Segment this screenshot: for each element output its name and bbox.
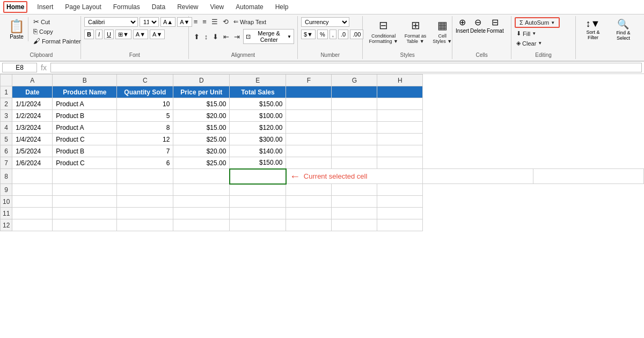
row-header-12[interactable]: 12 — [1, 219, 12, 231]
cell-G1[interactable] — [332, 86, 377, 98]
cell-C2[interactable]: 10 — [117, 98, 173, 110]
cell-A7[interactable]: 1/6/2024 — [12, 157, 53, 169]
col-header-a[interactable]: A — [12, 75, 53, 86]
cut-button[interactable]: ✂ Cut — [32, 17, 83, 26]
cell-F10[interactable] — [286, 196, 332, 208]
cell-H2[interactable] — [377, 98, 423, 110]
fill-button[interactable]: ⬇ Fill ▼ — [515, 30, 538, 38]
menu-automate[interactable]: Automate — [233, 2, 265, 12]
align-bottom-button[interactable]: ⬇ — [211, 32, 220, 41]
menu-page-layout[interactable]: Page Layout — [63, 2, 103, 12]
cell-D7[interactable]: $25.00 — [173, 157, 230, 169]
cell-H1[interactable] — [377, 86, 423, 98]
cell-A3[interactable]: 1/2/2024 — [12, 110, 53, 122]
cell-D4[interactable]: $15.00 — [173, 122, 230, 134]
copy-button[interactable]: ⎘ Copy — [32, 27, 83, 36]
col-header-f[interactable]: F — [286, 75, 332, 86]
menu-help[interactable]: Help — [273, 2, 291, 12]
font-size-select[interactable]: 11 — [140, 17, 159, 27]
col-header-e[interactable]: E — [230, 75, 286, 86]
cell-D1[interactable]: Price per Unit — [173, 86, 230, 98]
decrease-indent-button[interactable]: ⇤ — [222, 32, 231, 41]
decrease-decimal-button[interactable]: .0 — [338, 30, 348, 39]
cell-C1[interactable]: Quantity Sold — [117, 86, 173, 98]
cell-A1[interactable]: Date — [12, 86, 53, 98]
cell-D2[interactable]: $15.00 — [173, 98, 230, 110]
cell-B6[interactable]: Product B — [53, 145, 117, 157]
cell-C3[interactable]: 5 — [117, 110, 173, 122]
cell-D5[interactable]: $25.00 — [173, 134, 230, 145]
cell-A5[interactable]: 1/4/2024 — [12, 134, 53, 145]
cell-G8[interactable] — [423, 169, 533, 184]
cell-D3[interactable]: $20.00 — [173, 110, 230, 122]
cell-A12[interactable] — [12, 219, 53, 231]
font-grow-button[interactable]: A▲ — [160, 17, 175, 27]
row-header-9[interactable]: 9 — [1, 184, 12, 196]
cell-H9[interactable] — [377, 184, 423, 196]
cell-F5[interactable] — [286, 134, 332, 145]
cell-B11[interactable] — [53, 208, 117, 219]
cell-H12[interactable] — [377, 219, 423, 231]
cell-A10[interactable] — [12, 196, 53, 208]
cell-D9[interactable] — [173, 184, 230, 196]
border-button[interactable]: ⊞▼ — [115, 30, 131, 39]
cell-G11[interactable] — [332, 208, 377, 219]
cell-F9[interactable] — [286, 184, 332, 196]
italic-button[interactable]: I — [96, 30, 103, 39]
cell-D12[interactable] — [173, 219, 230, 231]
increase-indent-button[interactable]: ⇥ — [232, 32, 241, 41]
cell-F11[interactable] — [286, 208, 332, 219]
format-as-table-button[interactable]: ⊞ Format asTable ▼ — [402, 17, 429, 46]
conditional-formatting-button[interactable]: ⊟ ConditionalFormatting ▼ — [366, 17, 400, 46]
cell-H5[interactable] — [377, 134, 423, 145]
cell-F4[interactable] — [286, 122, 332, 134]
cell-B1[interactable]: Product Name — [53, 86, 117, 98]
cell-C5[interactable]: 12 — [117, 134, 173, 145]
col-header-h[interactable]: H — [377, 75, 423, 86]
col-header-d[interactable]: D — [173, 75, 230, 86]
menu-data[interactable]: Data — [150, 2, 167, 12]
format-button[interactable]: ⊟ Format — [487, 17, 504, 34]
cell-B10[interactable] — [53, 196, 117, 208]
cell-B3[interactable]: Product B — [53, 110, 117, 122]
align-middle-button[interactable]: ↕ — [203, 32, 210, 41]
col-header-c[interactable]: C — [117, 75, 173, 86]
cell-C4[interactable]: 8 — [117, 122, 173, 134]
cell-G10[interactable] — [332, 196, 377, 208]
cell-E1[interactable]: Total Sales — [230, 86, 286, 98]
clear-button[interactable]: ◈ Clear ▼ — [515, 39, 544, 47]
increase-decimal-button[interactable]: .00 — [350, 30, 363, 39]
row-header-1[interactable]: 1 — [1, 86, 12, 98]
row-header-2[interactable]: 2 — [1, 98, 12, 110]
cell-F7[interactable] — [286, 157, 332, 169]
autosum-button[interactable]: Σ AutoSum ▼ — [518, 19, 557, 26]
cell-H3[interactable] — [377, 110, 423, 122]
cell-G7[interactable] — [332, 157, 377, 169]
cell-C10[interactable] — [117, 196, 173, 208]
number-format-select[interactable]: Currency — [301, 17, 349, 27]
cell-C11[interactable] — [117, 208, 173, 219]
currency-button[interactable]: $▼ — [301, 30, 316, 39]
cell-C8[interactable] — [117, 169, 173, 184]
cell-G4[interactable] — [332, 122, 377, 134]
cell-E11[interactable] — [230, 208, 286, 219]
col-header-g[interactable]: G — [332, 75, 377, 86]
align-top-button[interactable]: ⬆ — [192, 32, 201, 41]
row-header-3[interactable]: 3 — [1, 110, 12, 122]
cell-H7[interactable] — [377, 157, 423, 169]
cell-C7[interactable]: 6 — [117, 157, 173, 169]
cell-A2[interactable]: 1/1/2024 — [12, 98, 53, 110]
cell-H11[interactable] — [377, 208, 423, 219]
percent-button[interactable]: % — [317, 30, 328, 39]
cell-C12[interactable] — [117, 219, 173, 231]
cell-H10[interactable] — [377, 196, 423, 208]
cell-E4[interactable]: $120.00 — [230, 122, 286, 134]
cell-G5[interactable] — [332, 134, 377, 145]
cell-B9[interactable] — [53, 184, 117, 196]
cell-F6[interactable] — [286, 145, 332, 157]
row-header-11[interactable]: 11 — [1, 208, 12, 219]
cell-A9[interactable] — [12, 184, 53, 196]
menu-view[interactable]: View — [208, 2, 226, 12]
cell-E3[interactable]: $100.00 — [230, 110, 286, 122]
row-header-8[interactable]: 8 — [1, 169, 12, 184]
